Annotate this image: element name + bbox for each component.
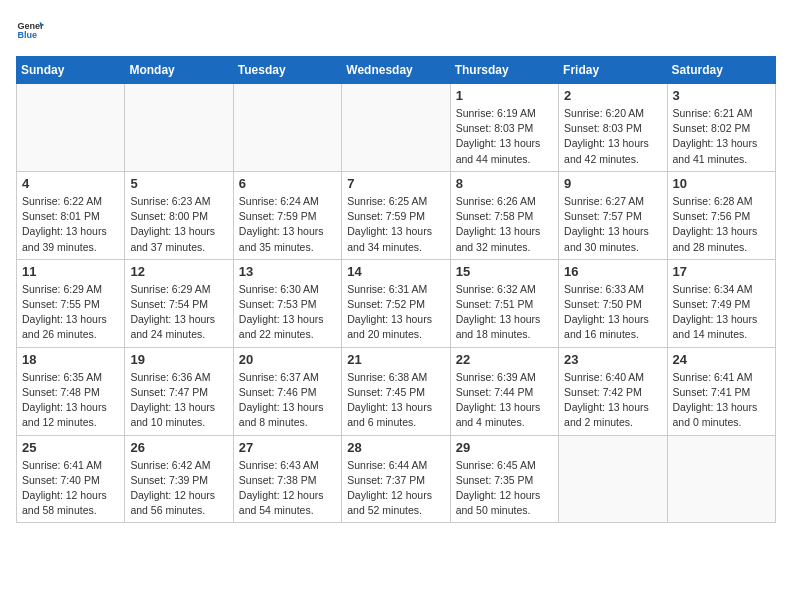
day-number: 1 (456, 88, 553, 103)
calendar-cell: 9Sunrise: 6:27 AM Sunset: 7:57 PM Daylig… (559, 171, 667, 259)
day-number: 20 (239, 352, 336, 367)
day-info: Sunrise: 6:19 AM Sunset: 8:03 PM Dayligh… (456, 106, 553, 167)
day-number: 25 (22, 440, 119, 455)
day-info: Sunrise: 6:33 AM Sunset: 7:50 PM Dayligh… (564, 282, 661, 343)
calendar-cell: 21Sunrise: 6:38 AM Sunset: 7:45 PM Dayli… (342, 347, 450, 435)
day-info: Sunrise: 6:35 AM Sunset: 7:48 PM Dayligh… (22, 370, 119, 431)
calendar-cell: 29Sunrise: 6:45 AM Sunset: 7:35 PM Dayli… (450, 435, 558, 523)
day-number: 29 (456, 440, 553, 455)
day-number: 12 (130, 264, 227, 279)
day-number: 17 (673, 264, 770, 279)
day-info: Sunrise: 6:29 AM Sunset: 7:55 PM Dayligh… (22, 282, 119, 343)
day-info: Sunrise: 6:43 AM Sunset: 7:38 PM Dayligh… (239, 458, 336, 519)
day-info: Sunrise: 6:39 AM Sunset: 7:44 PM Dayligh… (456, 370, 553, 431)
calendar-week-row: 1Sunrise: 6:19 AM Sunset: 8:03 PM Daylig… (17, 84, 776, 172)
calendar-cell (559, 435, 667, 523)
day-number: 14 (347, 264, 444, 279)
calendar-week-row: 11Sunrise: 6:29 AM Sunset: 7:55 PM Dayli… (17, 259, 776, 347)
day-number: 8 (456, 176, 553, 191)
calendar-cell: 27Sunrise: 6:43 AM Sunset: 7:38 PM Dayli… (233, 435, 341, 523)
calendar-cell: 2Sunrise: 6:20 AM Sunset: 8:03 PM Daylig… (559, 84, 667, 172)
day-info: Sunrise: 6:20 AM Sunset: 8:03 PM Dayligh… (564, 106, 661, 167)
calendar-week-row: 18Sunrise: 6:35 AM Sunset: 7:48 PM Dayli… (17, 347, 776, 435)
day-info: Sunrise: 6:27 AM Sunset: 7:57 PM Dayligh… (564, 194, 661, 255)
day-info: Sunrise: 6:45 AM Sunset: 7:35 PM Dayligh… (456, 458, 553, 519)
calendar-cell: 10Sunrise: 6:28 AM Sunset: 7:56 PM Dayli… (667, 171, 775, 259)
day-number: 22 (456, 352, 553, 367)
svg-text:Blue: Blue (17, 30, 37, 40)
calendar-cell: 18Sunrise: 6:35 AM Sunset: 7:48 PM Dayli… (17, 347, 125, 435)
calendar-cell: 12Sunrise: 6:29 AM Sunset: 7:54 PM Dayli… (125, 259, 233, 347)
calendar-cell: 1Sunrise: 6:19 AM Sunset: 8:03 PM Daylig… (450, 84, 558, 172)
weekday-header-friday: Friday (559, 57, 667, 84)
day-info: Sunrise: 6:37 AM Sunset: 7:46 PM Dayligh… (239, 370, 336, 431)
calendar-table: SundayMondayTuesdayWednesdayThursdayFrid… (16, 56, 776, 523)
calendar-cell: 16Sunrise: 6:33 AM Sunset: 7:50 PM Dayli… (559, 259, 667, 347)
day-info: Sunrise: 6:41 AM Sunset: 7:40 PM Dayligh… (22, 458, 119, 519)
day-info: Sunrise: 6:41 AM Sunset: 7:41 PM Dayligh… (673, 370, 770, 431)
calendar-cell (233, 84, 341, 172)
calendar-cell: 24Sunrise: 6:41 AM Sunset: 7:41 PM Dayli… (667, 347, 775, 435)
day-info: Sunrise: 6:34 AM Sunset: 7:49 PM Dayligh… (673, 282, 770, 343)
page-header: General Blue (16, 16, 776, 44)
weekday-header-sunday: Sunday (17, 57, 125, 84)
day-number: 6 (239, 176, 336, 191)
day-info: Sunrise: 6:40 AM Sunset: 7:42 PM Dayligh… (564, 370, 661, 431)
calendar-cell (667, 435, 775, 523)
day-number: 24 (673, 352, 770, 367)
day-info: Sunrise: 6:28 AM Sunset: 7:56 PM Dayligh… (673, 194, 770, 255)
day-number: 5 (130, 176, 227, 191)
day-number: 27 (239, 440, 336, 455)
calendar-cell: 23Sunrise: 6:40 AM Sunset: 7:42 PM Dayli… (559, 347, 667, 435)
day-info: Sunrise: 6:23 AM Sunset: 8:00 PM Dayligh… (130, 194, 227, 255)
calendar-cell: 7Sunrise: 6:25 AM Sunset: 7:59 PM Daylig… (342, 171, 450, 259)
day-number: 13 (239, 264, 336, 279)
weekday-header-wednesday: Wednesday (342, 57, 450, 84)
calendar-cell: 14Sunrise: 6:31 AM Sunset: 7:52 PM Dayli… (342, 259, 450, 347)
calendar-cell: 17Sunrise: 6:34 AM Sunset: 7:49 PM Dayli… (667, 259, 775, 347)
day-info: Sunrise: 6:25 AM Sunset: 7:59 PM Dayligh… (347, 194, 444, 255)
day-number: 19 (130, 352, 227, 367)
day-info: Sunrise: 6:24 AM Sunset: 7:59 PM Dayligh… (239, 194, 336, 255)
calendar-cell: 4Sunrise: 6:22 AM Sunset: 8:01 PM Daylig… (17, 171, 125, 259)
day-number: 23 (564, 352, 661, 367)
day-info: Sunrise: 6:31 AM Sunset: 7:52 PM Dayligh… (347, 282, 444, 343)
calendar-cell: 20Sunrise: 6:37 AM Sunset: 7:46 PM Dayli… (233, 347, 341, 435)
calendar-cell: 28Sunrise: 6:44 AM Sunset: 7:37 PM Dayli… (342, 435, 450, 523)
day-info: Sunrise: 6:29 AM Sunset: 7:54 PM Dayligh… (130, 282, 227, 343)
calendar-cell (342, 84, 450, 172)
day-number: 28 (347, 440, 444, 455)
calendar-cell (17, 84, 125, 172)
day-number: 26 (130, 440, 227, 455)
day-number: 3 (673, 88, 770, 103)
day-number: 21 (347, 352, 444, 367)
day-number: 18 (22, 352, 119, 367)
calendar-cell: 15Sunrise: 6:32 AM Sunset: 7:51 PM Dayli… (450, 259, 558, 347)
day-info: Sunrise: 6:30 AM Sunset: 7:53 PM Dayligh… (239, 282, 336, 343)
day-info: Sunrise: 6:38 AM Sunset: 7:45 PM Dayligh… (347, 370, 444, 431)
weekday-header-monday: Monday (125, 57, 233, 84)
calendar-week-row: 25Sunrise: 6:41 AM Sunset: 7:40 PM Dayli… (17, 435, 776, 523)
day-info: Sunrise: 6:36 AM Sunset: 7:47 PM Dayligh… (130, 370, 227, 431)
day-number: 2 (564, 88, 661, 103)
calendar-cell: 26Sunrise: 6:42 AM Sunset: 7:39 PM Dayli… (125, 435, 233, 523)
calendar-cell: 3Sunrise: 6:21 AM Sunset: 8:02 PM Daylig… (667, 84, 775, 172)
calendar-cell: 6Sunrise: 6:24 AM Sunset: 7:59 PM Daylig… (233, 171, 341, 259)
day-number: 4 (22, 176, 119, 191)
calendar-header-row: SundayMondayTuesdayWednesdayThursdayFrid… (17, 57, 776, 84)
day-info: Sunrise: 6:32 AM Sunset: 7:51 PM Dayligh… (456, 282, 553, 343)
day-info: Sunrise: 6:26 AM Sunset: 7:58 PM Dayligh… (456, 194, 553, 255)
calendar-cell: 19Sunrise: 6:36 AM Sunset: 7:47 PM Dayli… (125, 347, 233, 435)
calendar-cell: 5Sunrise: 6:23 AM Sunset: 8:00 PM Daylig… (125, 171, 233, 259)
day-number: 11 (22, 264, 119, 279)
day-info: Sunrise: 6:44 AM Sunset: 7:37 PM Dayligh… (347, 458, 444, 519)
day-number: 15 (456, 264, 553, 279)
calendar-week-row: 4Sunrise: 6:22 AM Sunset: 8:01 PM Daylig… (17, 171, 776, 259)
day-number: 10 (673, 176, 770, 191)
day-info: Sunrise: 6:22 AM Sunset: 8:01 PM Dayligh… (22, 194, 119, 255)
logo-icon: General Blue (16, 16, 44, 44)
calendar-cell: 8Sunrise: 6:26 AM Sunset: 7:58 PM Daylig… (450, 171, 558, 259)
calendar-cell: 11Sunrise: 6:29 AM Sunset: 7:55 PM Dayli… (17, 259, 125, 347)
day-number: 9 (564, 176, 661, 191)
calendar-cell (125, 84, 233, 172)
